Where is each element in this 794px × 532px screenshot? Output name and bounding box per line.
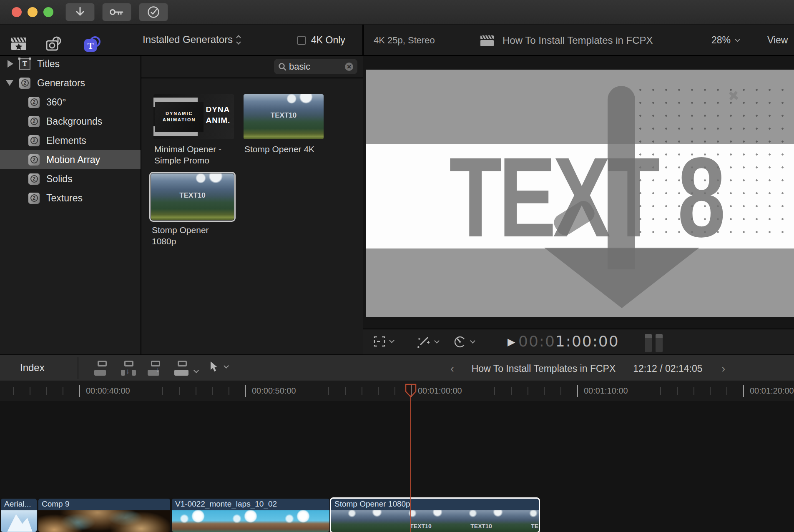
playhead-line[interactable] — [410, 395, 411, 532]
timeline-clip-comp-9[interactable]: Comp 9 — [38, 499, 170, 532]
ruler-minor-tick — [13, 387, 14, 395]
show-photos-audio-button[interactable] — [44, 36, 64, 53]
clapperboard-star-icon — [10, 36, 28, 52]
retime-dropdown[interactable] — [453, 335, 475, 349]
zoom-value: 28% — [711, 35, 731, 46]
show-media-browser-button[interactable] — [10, 36, 28, 52]
playhead-timecode: 00:01:00:00 — [518, 333, 619, 350]
clip-filmstrip: TEXT10TEXT10TEXT10 — [331, 510, 539, 532]
ruler-minor-tick — [660, 387, 661, 395]
generator-card-stomp-opener-1080p[interactable]: TEXT10Stomp Opener1080p — [151, 173, 234, 220]
tasks-button[interactable] — [139, 3, 168, 21]
tool-selector-dropdown[interactable] — [209, 361, 228, 373]
panel-divider — [362, 25, 364, 56]
ruler-minor-tick — [560, 387, 561, 395]
search-field[interactable]: basic ✕ — [274, 59, 357, 74]
generator-card-stomp-opener-4k[interactable]: TEXT10Stomp Opener 4K — [244, 94, 324, 139]
sidebar-item-360-[interactable]: 2360° — [0, 93, 141, 112]
chevron-up-down-icon — [237, 36, 240, 44]
generator-thumbnail[interactable]: TEXT10 — [244, 94, 324, 139]
ruler-minor-tick — [394, 387, 395, 395]
chevron-down-icon — [470, 338, 475, 344]
close-window-button[interactable] — [12, 7, 22, 17]
clear-search-icon[interactable]: ✕ — [345, 63, 353, 71]
timeline-clip-v1-0022-monte-laps-10-02[interactable]: V1-0022_monte_laps_10_02 — [172, 499, 329, 532]
trim-tool-icon — [373, 335, 386, 348]
enhancements-dropdown[interactable] — [417, 335, 439, 349]
clip-name-label: Stomp Opener 1080p — [331, 499, 539, 510]
next-project-chevron[interactable]: › — [722, 362, 726, 375]
sidebar-item-label: Motion Array — [46, 154, 100, 166]
generator-icon: 2 — [28, 135, 40, 146]
insert-edit-button[interactable]: ↓ — [121, 361, 137, 376]
overwrite-edit-button[interactable] — [174, 361, 190, 376]
check-circle-icon — [147, 5, 160, 19]
download-arrow-icon — [75, 6, 85, 18]
show-titles-generators-button[interactable]: T — [81, 36, 103, 53]
timecode-bright-part: 1:00:00 — [555, 333, 619, 350]
disclosure-triangle-down-icon[interactable] — [6, 80, 13, 86]
generator-source-dropdown[interactable]: Installed Generators — [143, 34, 240, 45]
append-edit-button[interactable]: ↓ — [148, 361, 163, 376]
chevron-down-icon[interactable] — [193, 368, 199, 373]
ruler-major-tick — [79, 385, 80, 397]
viewer-canvas[interactable]: TEXT 8 — [366, 70, 794, 317]
sidebar-item-generators[interactable]: 2Generators — [0, 73, 141, 93]
chevron-down-icon — [389, 338, 394, 343]
titlebar — [0, 0, 794, 24]
speedometer-icon — [453, 335, 467, 349]
play-button[interactable]: ▶ — [508, 336, 515, 348]
ruler-minor-tick — [378, 387, 379, 395]
ruler-minor-tick — [30, 387, 30, 395]
viewer-overlay-text: TEXT 8 — [449, 141, 722, 254]
import-media-button[interactable] — [65, 3, 95, 21]
viewer-view-button[interactable]: View — [767, 35, 788, 46]
generator-thumbnail[interactable]: TEXT10 — [151, 173, 234, 220]
clip-filmstrip — [38, 510, 170, 532]
viewer-panel: TEXT 8 ▶ 00:0 — [363, 56, 794, 354]
svg-text:T: T — [88, 40, 94, 51]
toolbar-divider — [78, 357, 78, 379]
ruler-minor-tick — [726, 387, 727, 395]
timeline-tracks[interactable]: Aerial...Comp 9V1-0022_monte_laps_10_02S… — [0, 401, 794, 532]
sidebar-item-solids[interactable]: 2Solids — [0, 169, 141, 188]
ruler-timecode-label: 00:01:10:00 — [584, 386, 628, 396]
viewer-zoom-dropdown[interactable]: 28% — [711, 35, 739, 46]
audio-meter-right — [656, 334, 663, 352]
sidebar-item-elements[interactable]: 2Elements — [0, 131, 141, 150]
timeline-clip-aerial-[interactable]: Aerial... — [1, 499, 37, 532]
clip-overlay-text: TEXT10 — [531, 523, 539, 529]
audio-meter-left — [645, 334, 652, 352]
connect-edit-button[interactable] — [94, 361, 110, 376]
generator-icon: 2 — [28, 116, 40, 127]
index-button[interactable]: Index — [20, 362, 45, 374]
generator-icon: 2 — [19, 78, 30, 89]
zoom-window-button[interactable] — [43, 7, 53, 17]
search-input[interactable]: basic — [289, 61, 342, 72]
generator-card-title: Stomp Opener1080p — [152, 224, 209, 247]
checkbox-box[interactable] — [297, 36, 306, 45]
sidebar-item-label: Generators — [37, 78, 85, 89]
sidebar-item-textures[interactable]: 2Textures — [0, 188, 141, 208]
trim-tool-dropdown[interactable] — [373, 335, 394, 348]
fourk-only-checkbox[interactable]: 4K Only — [297, 35, 345, 46]
minimize-window-button[interactable] — [28, 7, 38, 17]
timeline-clip-stomp-opener-1080p[interactable]: Stomp Opener 1080pTEXT10TEXT10TEXT10 — [331, 499, 539, 532]
ruler-major-tick — [245, 385, 246, 397]
sidebar-item-motion-array[interactable]: 2Motion Array — [0, 150, 141, 169]
thumbnail-text-panel: DYNAMICANIMATION — [155, 102, 204, 131]
timeline-position-readout: 12:12 / 02:14:05 — [633, 363, 702, 374]
generator-card-minimal-opener-simple-promo[interactable]: DYNAMICANIMATIONDYNAANIM.Minimal Opener … — [153, 94, 234, 139]
arrow-cursor-icon — [209, 361, 219, 373]
timeline-ruler[interactable]: 00:00:40:0000:00:50:0000:01:00:0000:01:1… — [0, 381, 794, 401]
sidebar-item-backgrounds[interactable]: 2Backgrounds — [0, 112, 141, 131]
keyer-button[interactable] — [102, 3, 131, 21]
generator-thumbnail[interactable]: DYNAMICANIMATIONDYNAANIM. — [153, 94, 234, 139]
previous-project-chevron[interactable]: ‹ — [450, 362, 454, 375]
clip-filmstrip — [172, 510, 329, 532]
disclosure-triangle-right-icon[interactable] — [8, 60, 13, 68]
sidebar-item-titles[interactable]: TTitles — [0, 54, 141, 73]
timecode-dim-part: 00:0 — [518, 333, 555, 350]
key-icon — [109, 8, 124, 17]
playhead-handle[interactable] — [405, 384, 417, 398]
